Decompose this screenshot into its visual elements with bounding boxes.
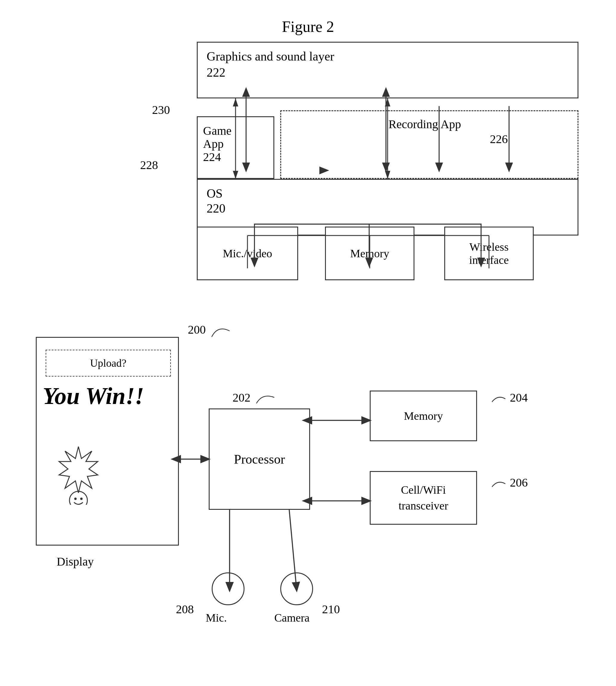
box-processor: Processor (209, 408, 310, 510)
os-label: OS (206, 186, 223, 201)
graphics-label: Graphics and sound layer (206, 49, 334, 64)
mic-label: Mic./video (223, 247, 272, 260)
circle-mic (212, 572, 244, 605)
svg-point-26 (80, 497, 83, 500)
diagram-bottom: Upload? You Win!! Display 200 Proces (18, 313, 608, 665)
mic-label: Mic. (206, 611, 227, 624)
box-wireless: Wireless interface (444, 227, 534, 280)
wireless-label: Wireless interface (469, 240, 509, 267)
box-graphics: Graphics and sound layer 222 (197, 42, 578, 98)
memory-top-label: Memory (350, 247, 389, 260)
box-game: Game App 224 (197, 116, 274, 179)
box-cell: Cell/WiFi transceiver (370, 471, 477, 525)
os-num: 220 (206, 201, 225, 216)
recording-num: 226 (490, 132, 508, 146)
label-208: 208 (176, 602, 194, 616)
box-upload: Upload? (46, 350, 171, 377)
box-display: Upload? You Win!! (36, 337, 179, 546)
game-label1: Game (203, 124, 232, 138)
label-210: 210 (322, 602, 340, 616)
starburst-graphic (49, 445, 108, 505)
upload-label: Upload? (90, 357, 127, 369)
box-recording: Recording App 226 (280, 110, 578, 179)
svg-point-25 (74, 497, 76, 500)
page-title: Figure 2 (282, 18, 334, 36)
svg-marker-23 (59, 447, 98, 493)
game-num: 224 (203, 150, 221, 164)
recording-label: Recording App (389, 117, 461, 131)
cell-label2: transceiver (399, 500, 448, 512)
processor-label: Processor (234, 452, 285, 467)
circle-camera (280, 572, 313, 605)
graphics-num: 222 (206, 65, 225, 80)
diagram-top: Graphics and sound layer 222 230 Game Ap… (128, 42, 593, 268)
label-200: 200 (188, 322, 233, 340)
display-label: Display (57, 555, 94, 569)
svg-point-24 (69, 491, 87, 505)
cell-label1: Cell/WiFi (401, 484, 446, 496)
label-202: 202 (233, 391, 277, 406)
box-memory-top: Memory (325, 227, 414, 280)
game-label2: App (203, 137, 224, 151)
label-230: 230 (152, 103, 170, 117)
label-228: 228 (140, 158, 158, 172)
you-win-text: You Win!! (43, 382, 144, 410)
box-mic: Mic./video (197, 227, 298, 280)
label-206: 206 (489, 475, 528, 490)
camera-label: Camera (274, 611, 309, 624)
box-memory-bottom: Memory (370, 391, 477, 441)
memory-bottom-label: Memory (404, 410, 443, 422)
label-204: 204 (489, 391, 528, 405)
